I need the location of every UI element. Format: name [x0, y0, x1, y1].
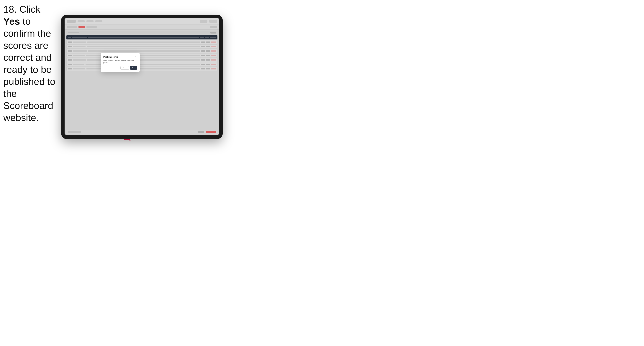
modal-title: Publish scores	[103, 56, 118, 58]
modal-close-button[interactable]: ×	[135, 56, 137, 58]
modal-overlay	[64, 18, 219, 135]
yes-button[interactable]: Yes	[130, 66, 137, 70]
instruction-plain: Click	[20, 4, 40, 15]
tablet-screen: Publish scores × Are you ready to publis…	[64, 18, 219, 135]
instruction-rest: to confirm the scores are correct and re…	[3, 16, 55, 123]
modal-body: Are you ready to publish these scores to…	[103, 59, 137, 64]
cancel-button[interactable]: Cancel	[120, 66, 129, 70]
step-number: 18.	[3, 4, 17, 15]
modal-header: Publish scores ×	[103, 56, 137, 58]
instruction-bold: Yes	[3, 16, 20, 27]
modal-footer: Cancel Yes	[103, 66, 137, 70]
instruction-text: 18. Click Yes to confirm the scores are …	[3, 3, 57, 124]
publish-scores-modal: Publish scores × Are you ready to publis…	[101, 53, 140, 72]
tablet-device: Publish scores × Are you ready to publis…	[61, 15, 223, 139]
